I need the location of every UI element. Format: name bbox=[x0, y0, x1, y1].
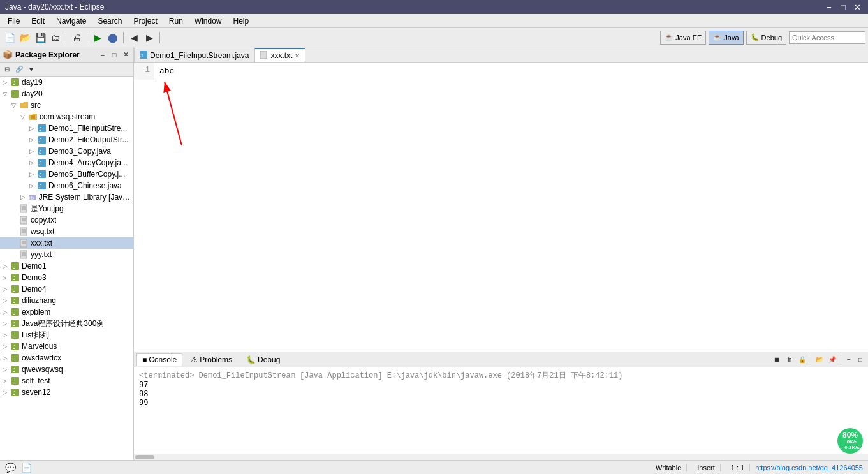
tree-label-Demo1: Demo1_FileInputStre... bbox=[48, 124, 127, 133]
code-area[interactable]: abc bbox=[154, 63, 868, 80]
menu-item-project[interactable]: Project bbox=[128, 15, 162, 27]
console-open-file-button[interactable]: 📂 bbox=[814, 354, 825, 366]
annotation-layer bbox=[134, 63, 868, 352]
console-stop-button[interactable]: ⏹ bbox=[771, 354, 783, 366]
pkg-view-menu[interactable]: ▼ bbox=[26, 64, 37, 75]
editor-tab-tab-xxx[interactable]: xxx.txt✕ bbox=[254, 48, 305, 62]
tree-item-Demo3[interactable]: ▷JDemo3_Copy.java bbox=[0, 145, 133, 157]
tree-item-xxx[interactable]: xxx.txt bbox=[0, 237, 133, 249]
close-button[interactable]: ✕ bbox=[851, 2, 863, 12]
console-scrollbar[interactable] bbox=[134, 454, 868, 460]
tree-item-Demo5[interactable]: ▷JDemo5_BufferCopy.j... bbox=[0, 168, 133, 180]
tree-icon-Demo6: J bbox=[37, 181, 47, 191]
tree-item-Demo4proj[interactable]: ▷JDemo4 bbox=[0, 283, 133, 295]
tree-arrow-diliuzhang: ▷ bbox=[3, 297, 10, 304]
svg-rect-27 bbox=[20, 228, 27, 235]
tree-label-Demo5: Demo5_BufferCopy.j... bbox=[48, 170, 125, 179]
title-bar: Java - day20/xxx.txt - Eclipse − □ ✕ bbox=[0, 0, 868, 14]
minimize-button[interactable]: − bbox=[823, 2, 835, 12]
tree-item-day20[interactable]: ▽Jday20 bbox=[0, 88, 133, 100]
tree-arrow-java300: ▷ bbox=[3, 320, 10, 327]
new-button[interactable]: 📄 bbox=[3, 31, 17, 45]
tree-item-Demo1[interactable]: ▷JDemo1_FileInputStre... bbox=[0, 122, 133, 134]
tree-item-Demo4[interactable]: ▷JDemo4_ArrayCopy.ja... bbox=[0, 157, 133, 168]
tab-icon-tab-demo1: J bbox=[140, 51, 147, 60]
link-editor-button[interactable]: 🔗 bbox=[13, 64, 25, 75]
tree-item-qwewsqwsq[interactable]: ▷Jqwewsqwsq bbox=[0, 364, 133, 375]
tree-item-Demo1proj[interactable]: ▷JDemo1 bbox=[0, 260, 133, 272]
svg-text:lib: lib bbox=[29, 196, 34, 200]
svg-text:J: J bbox=[39, 126, 42, 132]
tree-item-wsq[interactable]: wsq.txt bbox=[0, 226, 133, 237]
maximize-button[interactable]: □ bbox=[837, 2, 849, 12]
console-tab-debug-tab[interactable]: 🐛Debug bbox=[240, 353, 286, 366]
tree-item-Demo3proj[interactable]: ▷JDemo3 bbox=[0, 272, 133, 283]
tree-item-seven12[interactable]: ▷Jseven12 bbox=[0, 387, 133, 398]
tree-item-self_test[interactable]: ▷Jself_test bbox=[0, 375, 133, 387]
perspective-debug[interactable]: 🐛 Debug bbox=[746, 31, 786, 45]
sidebar: 📦 Package Explorer − □ ✕ ⊟ 🔗 ▼ ▷Jday19▽J… bbox=[0, 47, 134, 460]
console-pin-button[interactable]: 📌 bbox=[827, 354, 838, 366]
tree-item-day19[interactable]: ▷Jday19 bbox=[0, 77, 133, 88]
save-button[interactable]: 💾 bbox=[33, 31, 47, 45]
svg-text:J: J bbox=[39, 183, 42, 189]
open-button[interactable]: 📂 bbox=[18, 31, 32, 45]
tree-icon-listpaixu: J bbox=[10, 330, 20, 340]
menu-item-run[interactable]: Run bbox=[164, 15, 188, 27]
back-button[interactable]: ◀ bbox=[127, 31, 141, 45]
tree-item-Marvelous[interactable]: ▷JMarvelous bbox=[0, 341, 133, 352]
menu-item-file[interactable]: File bbox=[3, 15, 25, 27]
tree-item-com.wsq.stream[interactable]: ▽com.wsq.stream bbox=[0, 111, 133, 122]
tree-label-qwewsqwsq: qwewsqwsq bbox=[22, 365, 63, 374]
menu-item-search[interactable]: Search bbox=[92, 15, 127, 27]
tree-item-src[interactable]: ▽src bbox=[0, 100, 133, 111]
close-view-button[interactable]: ✕ bbox=[121, 50, 131, 60]
perspective-javaee[interactable]: ☕ Java EE bbox=[660, 31, 706, 45]
menu-item-edit[interactable]: Edit bbox=[26, 15, 50, 27]
tree-item-listpaixu[interactable]: ▷JList排列 bbox=[0, 329, 133, 341]
javaee-label: Java EE bbox=[675, 34, 702, 41]
print-button[interactable]: 🖨 bbox=[70, 31, 84, 45]
menu-item-help[interactable]: Help bbox=[228, 15, 254, 27]
javaee-icon: ☕ bbox=[665, 33, 673, 41]
console-maximize-button[interactable]: □ bbox=[855, 355, 865, 365]
run-button[interactable]: ▶ bbox=[91, 31, 105, 45]
tree-item-isYou[interactable]: 是You.jpg bbox=[0, 203, 133, 214]
status-link[interactable]: https://blog.csdn.net/qq_41264055 bbox=[755, 464, 863, 471]
console-content: <terminated> Demo1_FileInputStream [Java… bbox=[134, 367, 868, 454]
save-all-button[interactable]: 🗂 bbox=[48, 31, 63, 45]
console-minimize-button[interactable]: − bbox=[844, 355, 854, 365]
tree-icon-isYou bbox=[19, 204, 29, 214]
menu-item-window[interactable]: Window bbox=[189, 15, 227, 27]
console-tab-label-console-tab: Console bbox=[149, 355, 177, 364]
tree-icon-self_test: J bbox=[10, 376, 20, 386]
tree-item-diliuzhang[interactable]: ▷Jdiliuzhang bbox=[0, 295, 133, 306]
console-tab-icon-debug-tab: 🐛 bbox=[246, 355, 256, 364]
console-scroll-lock-button[interactable]: 🔒 bbox=[797, 354, 808, 366]
maximize-view-button[interactable]: □ bbox=[109, 50, 119, 60]
console-tab-console-tab[interactable]: ■Console bbox=[136, 353, 182, 366]
collapse-all-button[interactable]: ⊟ bbox=[1, 64, 13, 75]
menu-item-navigate[interactable]: Navigate bbox=[51, 15, 91, 27]
perspective-java[interactable]: ☕ Java bbox=[709, 31, 743, 45]
svg-rect-65 bbox=[260, 51, 267, 59]
quick-access-input[interactable] bbox=[789, 31, 865, 44]
console-tab-problems-tab[interactable]: ⚠Problems bbox=[185, 353, 238, 366]
tree-arrow-Demo5: ▷ bbox=[29, 171, 37, 177]
tree-item-yyy[interactable]: yyy.txt bbox=[0, 249, 133, 260]
tree-item-owsdawdcx[interactable]: ▷Jowsdawdcx bbox=[0, 352, 133, 364]
minimize-view-button[interactable]: − bbox=[98, 50, 108, 60]
console-clear-button[interactable]: 🗑 bbox=[784, 354, 795, 366]
tree-item-JRE[interactable]: ▷libJRE System Library [JavaSE... bbox=[0, 191, 133, 203]
debug-run-button[interactable]: ⬤ bbox=[106, 31, 120, 45]
tree-item-copy[interactable]: copy.txt bbox=[0, 214, 133, 226]
editor-area[interactable]: 1 abc bbox=[134, 63, 868, 352]
tree-item-Demo2[interactable]: ▷JDemo2_FileOutputStr... bbox=[0, 134, 133, 145]
svg-rect-4 bbox=[31, 115, 35, 119]
editor-tab-tab-demo1[interactable]: JDemo1_FileInputStream.java bbox=[134, 48, 254, 62]
forward-button[interactable]: ▶ bbox=[142, 31, 156, 45]
tree-item-expblem[interactable]: ▷Jexpblem bbox=[0, 306, 133, 318]
tab-close-tab-xxx[interactable]: ✕ bbox=[295, 52, 300, 59]
tree-item-java300[interactable]: ▷JJava程序设计经典300例 bbox=[0, 318, 133, 329]
tree-item-Demo6[interactable]: ▷JDemo6_Chinese.java bbox=[0, 180, 133, 191]
